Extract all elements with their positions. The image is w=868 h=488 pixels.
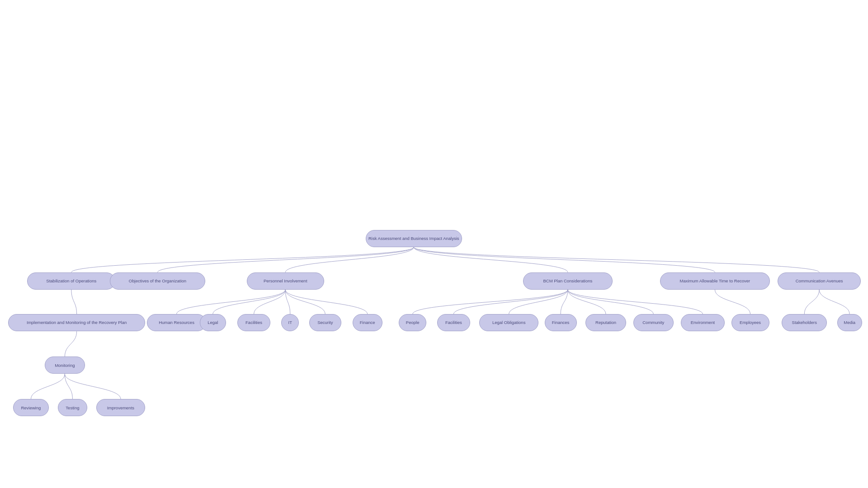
node-facilities_b: Facilities [437,314,471,331]
node-community: Community [633,314,674,331]
node-legal_obl: Legal Obligations [479,314,539,331]
node-obj: Objectives of the Organization [110,272,205,290]
node-it: IT [281,314,299,331]
node-employees: Employees [731,314,769,331]
node-comm: Communication Avenues [778,272,861,290]
node-hr: Human Resources [147,314,207,331]
node-finance_p: Finance [353,314,382,331]
node-impl: Implementation and Monitoring of the Rec… [8,314,145,331]
node-stakeholders: Stakeholders [782,314,827,331]
node-root: Risk Assessment and Business Impact Anal… [366,230,462,247]
node-reviewing: Reviewing [13,399,49,416]
node-reputation: Reputation [585,314,626,331]
node-bcm: BCM Plan Considerations [523,272,612,290]
node-people: People [399,314,426,331]
node-personnel: Personnel Involvement [247,272,324,290]
node-finances: Finances [545,314,577,331]
node-stab: Stabilization of Operations [27,272,115,290]
node-matr: Maximum Allowable Time to Recover [660,272,770,290]
node-media: Media [837,314,862,331]
node-improvements: Improvements [96,399,145,416]
diagram-container: Risk Assessment and Business Impact Anal… [0,0,868,488]
node-monitoring: Monitoring [45,357,85,374]
node-facilities_p: Facilities [237,314,271,331]
node-testing: Testing [58,399,88,416]
node-security: Security [309,314,341,331]
node-legal: Legal [200,314,226,331]
node-environment: Environment [681,314,725,331]
